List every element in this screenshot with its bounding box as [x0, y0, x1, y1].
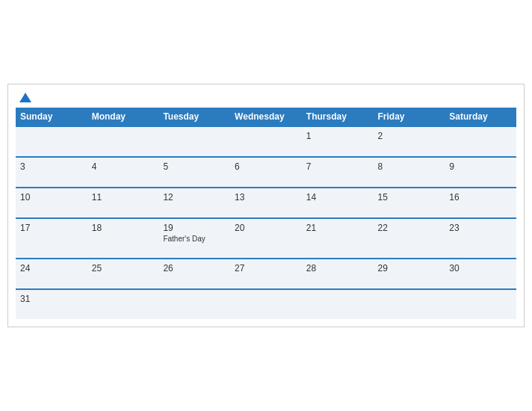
calendar-week-row: 24252627282930: [16, 259, 516, 289]
calendar-cell: 7: [302, 157, 374, 188]
weekday-header-thursday: Thursday: [302, 108, 374, 126]
day-number: 5: [163, 161, 226, 172]
weekday-header-wednesday: Wednesday: [230, 108, 302, 126]
day-number: 25: [92, 263, 155, 274]
calendar-cell: [374, 289, 445, 319]
calendar-cell: 22: [374, 218, 445, 259]
logo-triangle-icon: [19, 93, 31, 102]
calendar-cell: 13: [230, 188, 302, 218]
calendar-cell: [87, 289, 159, 319]
day-number: 24: [20, 263, 83, 274]
calendar-cell: 17: [16, 218, 87, 259]
day-number: 1: [306, 131, 369, 141]
day-number: 26: [163, 263, 226, 274]
calendar-cell: 18: [87, 218, 159, 259]
calendar-cell: 8: [374, 157, 445, 188]
calendar-body: 12345678910111213141516171819Father's Da…: [16, 126, 516, 319]
calendar-cell: 29: [374, 259, 445, 289]
calendar-thead: SundayMondayTuesdayWednesdayThursdayFrid…: [16, 108, 516, 126]
day-number: 17: [20, 223, 83, 233]
day-number: 31: [20, 294, 83, 304]
calendar-cell: [445, 126, 516, 157]
calendar-cell: 1: [302, 126, 374, 157]
day-number: 12: [163, 192, 226, 203]
day-number: 28: [306, 263, 369, 274]
day-number: 10: [20, 192, 83, 203]
calendar-cell: [302, 289, 374, 319]
calendar-cell: 26: [158, 259, 230, 289]
calendar-cell: [230, 289, 302, 319]
calendar-cell: 6: [230, 157, 302, 188]
calendar: SundayMondayTuesdayWednesdayThursdayFrid…: [7, 84, 525, 327]
calendar-cell: 3: [16, 157, 87, 188]
day-number: 27: [235, 263, 297, 274]
calendar-week-row: 31: [16, 289, 516, 319]
weekday-header-monday: Monday: [87, 108, 159, 126]
weekday-header-row: SundayMondayTuesdayWednesdayThursdayFrid…: [16, 108, 516, 126]
calendar-week-row: 3456789: [16, 157, 516, 188]
day-number: 13: [235, 192, 297, 203]
day-number: 14: [306, 192, 369, 203]
calendar-cell: 24: [16, 259, 87, 289]
day-number: 11: [92, 192, 155, 203]
calendar-cell: 19Father's Day: [158, 218, 230, 259]
weekday-header-tuesday: Tuesday: [158, 108, 230, 126]
calendar-cell: 14: [302, 188, 374, 218]
day-number: 4: [92, 161, 155, 172]
calendar-cell: 16: [445, 188, 516, 218]
calendar-cell: 31: [16, 289, 87, 319]
day-number: 3: [20, 161, 83, 172]
calendar-cell: 11: [87, 188, 159, 218]
day-number: 2: [378, 131, 441, 141]
calendar-cell: [158, 289, 230, 319]
calendar-header: [16, 92, 516, 102]
calendar-cell: 5: [158, 157, 230, 188]
calendar-cell: 27: [230, 259, 302, 289]
day-number: 16: [449, 192, 512, 203]
day-number: 9: [449, 161, 512, 172]
calendar-cell: 15: [374, 188, 445, 218]
day-number: 22: [378, 223, 441, 233]
calendar-cell: 9: [445, 157, 516, 188]
calendar-cell: 12: [158, 188, 230, 218]
day-number: 7: [306, 161, 369, 172]
calendar-table: SundayMondayTuesdayWednesdayThursdayFrid…: [16, 108, 516, 319]
day-number: 15: [378, 192, 441, 203]
day-number: 29: [378, 263, 441, 274]
calendar-week-row: 12: [16, 126, 516, 157]
day-number: 23: [449, 223, 512, 233]
weekday-header-friday: Friday: [374, 108, 445, 126]
day-number: 8: [378, 161, 441, 172]
calendar-cell: 21: [302, 218, 374, 259]
day-number: 19: [163, 223, 226, 233]
calendar-cell: 23: [445, 218, 516, 259]
calendar-cell: [16, 126, 87, 157]
weekday-header-saturday: Saturday: [445, 108, 516, 126]
calendar-cell: 30: [445, 259, 516, 289]
logo: [19, 92, 31, 102]
day-number: 30: [449, 263, 512, 274]
day-number: 20: [235, 223, 297, 233]
calendar-week-row: 10111213141516: [16, 188, 516, 218]
calendar-cell: 25: [87, 259, 159, 289]
calendar-cell: [158, 126, 230, 157]
calendar-week-row: 171819Father's Day20212223: [16, 218, 516, 259]
calendar-cell: 10: [16, 188, 87, 218]
calendar-cell: 28: [302, 259, 374, 289]
day-number: 18: [92, 223, 155, 233]
calendar-cell: 4: [87, 157, 159, 188]
day-event: Father's Day: [163, 235, 226, 243]
day-number: 6: [235, 161, 297, 172]
day-number: 21: [306, 223, 369, 233]
calendar-cell: [230, 126, 302, 157]
weekday-header-sunday: Sunday: [16, 108, 87, 126]
calendar-cell: [445, 289, 516, 319]
calendar-cell: [87, 126, 159, 157]
calendar-cell: 2: [374, 126, 445, 157]
calendar-cell: 20: [230, 218, 302, 259]
